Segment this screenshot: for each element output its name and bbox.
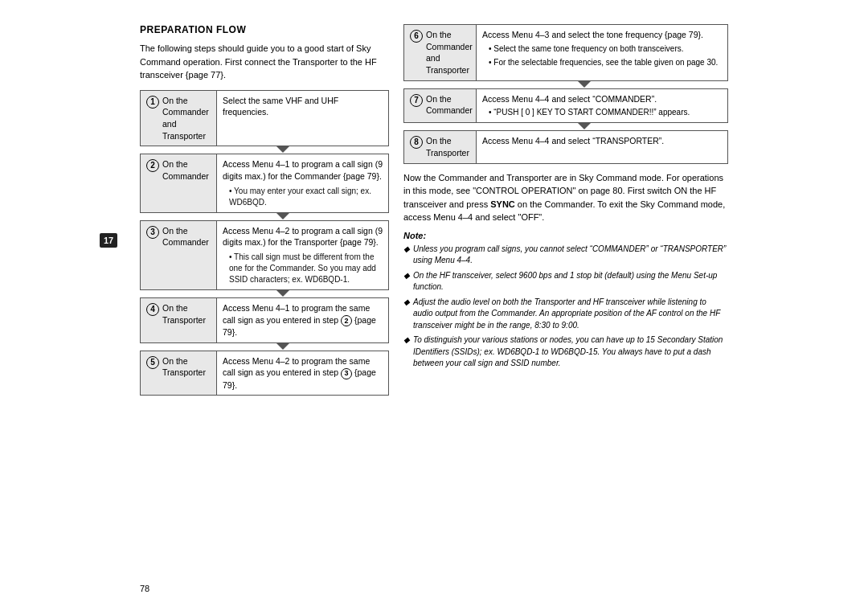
step-7: 7 On the Commander Access Menu 4–4 and s… <box>403 88 728 124</box>
step-4-content: Access Menu 4–1 to program the same call… <box>217 298 388 342</box>
step-2-number: 2 <box>146 159 159 172</box>
step-2-content: Access Menu 4–1 to program a call sign (… <box>217 154 388 211</box>
step-6-number: 6 <box>410 30 423 43</box>
step-8-label: 8 On the Transporter <box>404 131 477 162</box>
step-6-label: 6 On the Commander and Transporter <box>404 25 477 80</box>
after-steps-text: Now the Commander and Transporter are in… <box>403 171 728 224</box>
arrow-1 <box>140 146 389 153</box>
intro-text: The following steps should guide you to … <box>140 42 389 82</box>
step-6-bullet-2: For the selectable frequencies, see the … <box>482 57 722 68</box>
left-column: PREPARATION FLOW The following steps sho… <box>140 24 389 590</box>
arrow-6 <box>403 81 728 88</box>
step-3-number: 3 <box>146 226 159 239</box>
note-item-4: To distinguish your various stations or … <box>403 334 728 370</box>
arrow-7 <box>403 123 728 129</box>
step-7-number: 7 <box>410 94 423 107</box>
section-title: PREPARATION FLOW <box>140 24 389 35</box>
sync-word: SYNC <box>490 199 515 209</box>
step-5-content: Access Menu 4–2 to program the same call… <box>217 351 388 396</box>
step-3-content: Access Menu 4–2 to program a call sign (… <box>217 221 388 289</box>
step-4-number: 4 <box>146 303 159 316</box>
note-item-3: Adjust the audio level on both the Trans… <box>403 297 728 332</box>
step-5-text: Access Menu 4–2 to program the same call… <box>223 356 376 390</box>
sidebar-number: 17 <box>100 233 117 248</box>
step-6-content: Access Menu 4–3 and select the tone freq… <box>477 25 727 80</box>
step-4-text: Access Menu 4–1 to program the same call… <box>223 303 376 337</box>
step-8-number: 8 <box>410 136 423 149</box>
right-column: 6 On the Commander and Transporter Acces… <box>403 24 728 590</box>
step-3: 3 On the Commander Access Menu 4–2 to pr… <box>140 220 389 290</box>
arrow-3 <box>140 290 389 297</box>
step-7-content: Access Menu 4–4 and select “COMMANDER”. … <box>477 89 727 123</box>
step-1-content: Select the same VHF and UHF frequencies. <box>217 91 388 146</box>
step-2-bullet-1: You may enter your exact call sign; ex. … <box>223 186 383 208</box>
step-7-label: 7 On the Commander <box>404 89 477 123</box>
arrow-2 <box>140 213 389 219</box>
step-1: 1 On the Commander and Transporter Selec… <box>140 90 389 147</box>
step-4: 4 On the Transporter Access Menu 4–1 to … <box>140 297 389 343</box>
step-5-label: 5 On the Transporter <box>141 351 217 396</box>
arrow-4 <box>140 343 389 350</box>
step-7-bullet-1: “PUSH [ 0 ] KEY TO START COMMANDER!!” ap… <box>482 107 722 118</box>
note-item-2: On the HF transceiver, select 9600 bps a… <box>403 270 728 293</box>
page: 17 PREPARATION FLOW The following steps … <box>121 8 747 603</box>
right-steps-container: 6 On the Commander and Transporter Acces… <box>403 24 728 163</box>
note-item-1: Unless you program call signs, you canno… <box>403 244 728 267</box>
note-section: Note: Unless you program call signs, you… <box>403 231 728 373</box>
step-8: 8 On the Transporter Access Menu 4–4 and… <box>403 130 728 163</box>
step-3-bullet-1: This call sign must be different from th… <box>223 252 383 285</box>
note-label: Note: <box>403 231 728 240</box>
step-1-label: 1 On the Commander and Transporter <box>141 91 217 146</box>
step-5-number: 5 <box>146 356 159 369</box>
step-5: 5 On the Transporter Access Menu 4–2 to … <box>140 351 389 396</box>
step-2-label: 2 On the Commander <box>141 154 217 211</box>
step-3-label: 3 On the Commander <box>141 221 217 289</box>
step-6-bullet-1: Select the same tone frequency on both t… <box>482 43 722 55</box>
step-6: 6 On the Commander and Transporter Acces… <box>403 24 728 81</box>
step-1-number: 1 <box>146 96 159 109</box>
step-2: 2 On the Commander Access Menu 4–1 to pr… <box>140 154 389 212</box>
step-8-content: Access Menu 4–4 and select “TRANSPORTER”… <box>477 131 727 162</box>
step-4-label: 4 On the Transporter <box>141 298 217 342</box>
page-number: 78 <box>140 584 149 593</box>
